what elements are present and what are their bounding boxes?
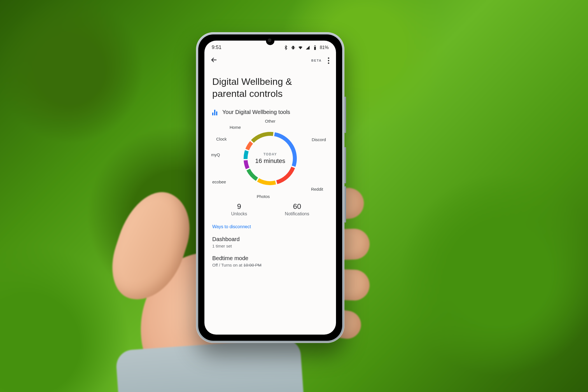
segment-label-reddit: Reddit [311,187,323,192]
status-icons: 81% [283,45,329,50]
donut-segment-ecobee [248,170,257,179]
donut-caption: TODAY [248,152,293,156]
donut-segment-myq [246,160,248,169]
unlocks-value: 9 [231,202,247,211]
front-camera [267,38,273,44]
stats-row: 9 Unlocks 60 Notifications [212,202,328,216]
donut-center: TODAY 16 minutes [248,152,293,165]
stat-unlocks[interactable]: 9 Unlocks [231,202,247,216]
bars-icon [212,109,217,115]
segment-label-other: Other [265,119,276,123]
tools-label: Your Digital Wellbeing tools [222,109,290,115]
stat-notifications[interactable]: 60 Notifications [285,202,309,216]
dashboard-subtitle: 1 timer set [212,244,328,248]
beta-badge: BETA [311,59,322,62]
usage-donut-chart[interactable]: TODAY 16 minutes Other Discord Reddit Ph… [212,119,328,198]
donut-segment-reddit [277,167,293,182]
unlocks-label: Unlocks [231,211,247,216]
battery-percent: 81% [320,45,329,50]
dashboard-title: Dashboard [212,236,328,242]
notifications-label: Notifications [285,211,309,216]
background-foliage: 9:51 [0,0,588,392]
donut-segment-clock [246,151,247,159]
item-bedtime-mode[interactable]: Bedtime mode Off / Turns on at 10:00 PM [212,253,328,272]
segment-label-discord: Discord [312,137,326,142]
phone-bezel: 9:51 [198,34,342,341]
page-content: Digital Wellbeing & parental controls Yo… [204,67,336,272]
segment-label-myq: myQ [211,152,220,157]
page-title: Digital Wellbeing & parental controls [212,76,328,99]
section-ways-to-disconnect: Ways to disconnect [212,224,328,229]
phone-screen: 9:51 [204,41,336,335]
segment-label-ecobee: ecobee [212,179,226,184]
back-button[interactable] [210,56,218,65]
bedtime-subtitle-prefix: Off / Turns on at [212,263,243,267]
notifications-value: 60 [285,202,309,211]
donut-total: 16 minutes [248,157,293,165]
status-time: 9:51 [212,45,221,50]
battery-icon [312,45,318,50]
donut-segment-other [252,134,273,141]
app-bar: BETA [204,52,336,67]
bedtime-subtitle: Off / Turns on at 10:00 PM [212,263,328,267]
overflow-menu-button[interactable] [327,56,330,65]
bedtime-subtitle-time: 10:00 PM [243,263,261,267]
donut-segment-home [247,143,251,150]
svg-rect-0 [314,47,316,50]
signal-icon [305,45,310,50]
bluetooth-icon [283,45,288,50]
segment-label-home: Home [230,125,241,130]
sleeve [115,338,305,392]
phone-frame: 9:51 [196,32,344,343]
vibrate-icon [291,45,296,50]
segment-label-photos: Photos [257,194,270,199]
wifi-icon [298,45,303,50]
tools-header: Your Digital Wellbeing tools [212,109,328,115]
donut-segment-photos [258,180,276,183]
bedtime-title: Bedtime mode [212,255,328,262]
segment-label-clock: Clock [216,137,227,141]
item-dashboard[interactable]: Dashboard 1 timer set [212,234,328,253]
svg-rect-1 [314,46,316,47]
